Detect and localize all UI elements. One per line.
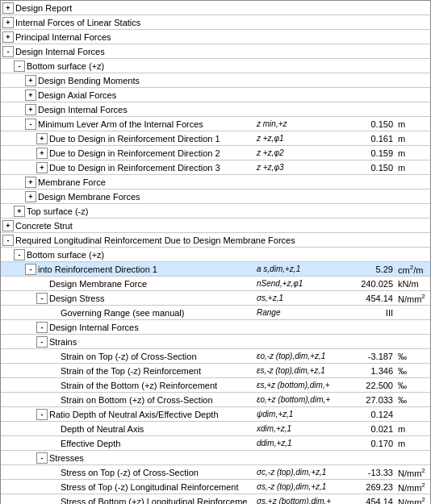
value-cell-29: 0.124	[332, 410, 396, 419]
expand-btn-32[interactable]: -	[36, 452, 48, 464]
label-text-3: Principal Internal Forces	[15, 32, 111, 42]
symbol-cell-35: σs,+z (bottom),dim,+	[255, 497, 332, 504]
label-text-26: Strain of the Top (-z) Reinforcement	[61, 366, 201, 376]
tree-row-23[interactable]: -Design Internal Forces	[1, 320, 430, 335]
tree-row-27[interactable]: Strain of the Bottom (+z) Reinforcementε…	[1, 378, 430, 393]
tree-row-21[interactable]: -Design Stressσs,+z,1454.14N/mm2	[1, 291, 430, 306]
tree-row-11[interactable]: +Due to Design in Reinforcement Directio…	[1, 146, 430, 160]
tree-row-1[interactable]: +Design Report	[1, 1, 430, 15]
label-cell-25: Strain on Top (-z) of Cross-Section	[1, 351, 255, 362]
expand-btn-21[interactable]: -	[36, 293, 48, 304]
tree-row-4[interactable]: -Design Internal Forces	[1, 44, 430, 59]
tree-row-28[interactable]: Strain on Bottom (+z) of Cross-Sectionεo…	[1, 393, 430, 407]
expand-btn-6[interactable]: +	[25, 75, 36, 86]
expand-btn-8[interactable]: +	[25, 104, 36, 115]
value-cell-21: 454.14	[332, 294, 396, 303]
tree-row-34[interactable]: Stress of Top (-z) Longitudinal Reinforc…	[1, 480, 430, 494]
expand-btn-15[interactable]: +	[14, 206, 25, 217]
expand-btn-16[interactable]: +	[2, 220, 14, 231]
tree-row-33[interactable]: Stress on Top (-z) of Cross-Sectionσc,-z…	[1, 465, 430, 480]
tree-row-8[interactable]: +Design Internal Forces	[1, 102, 430, 117]
expand-btn-5[interactable]: -	[14, 60, 25, 72]
tree-row-30[interactable]: Depth of Neutral Axisxdim,+z,10.021m	[1, 422, 430, 436]
tree-row-32[interactable]: -Stresses	[1, 451, 430, 465]
tree-row-14[interactable]: +Design Membrane Forces	[1, 190, 430, 204]
tree-row-31[interactable]: Effective Depthddim,+z,10.170m	[1, 436, 430, 451]
label-cell-35: Stress of Bottom (+z) Longitudinal Reinf…	[1, 496, 255, 505]
label-text-16: Concrete Strut	[15, 221, 73, 231]
expand-btn-10[interactable]: +	[36, 133, 48, 144]
symbol-cell-22: Range	[255, 308, 332, 317]
label-text-14: Design Membrane Forces	[38, 192, 140, 202]
expand-btn-7[interactable]: +	[25, 90, 36, 101]
unit-cell-12: m	[396, 163, 430, 173]
expand-btn-9[interactable]: -	[25, 119, 36, 130]
label-text-33: Stress on Top (-z) of Cross-Section	[61, 468, 199, 477]
tree-row-26[interactable]: Strain of the Top (-z) Reinforcementεs,-…	[1, 364, 430, 378]
tree-row-2[interactable]: +Internal Forces of Linear Statics	[1, 15, 430, 30]
expand-btn-2[interactable]: +	[2, 17, 14, 28]
expand-btn-14[interactable]: +	[25, 191, 36, 202]
label-text-24: Strains	[49, 337, 77, 347]
tree-row-7[interactable]: +Design Axial Forces	[1, 88, 430, 102]
expand-btn-3[interactable]: +	[2, 31, 14, 43]
symbol-cell-9: z min,+z	[255, 119, 332, 128]
expand-btn-17[interactable]: -	[2, 235, 14, 246]
label-cell-21: -Design Stress	[1, 292, 255, 305]
label-text-25: Strain on Top (-z) of Cross-Section	[61, 352, 197, 361]
expand-btn-18[interactable]: -	[14, 249, 25, 260]
expand-btn-29[interactable]: -	[36, 409, 48, 420]
expand-btn-4[interactable]: -	[2, 46, 14, 57]
unit-cell-26: ‰	[396, 366, 430, 376]
label-text-30: Depth of Neutral Axis	[61, 424, 144, 434]
expand-btn-13[interactable]: +	[25, 177, 36, 188]
tree-row-10[interactable]: +Due to Design in Reinforcement Directio…	[1, 131, 430, 146]
tree-row-18[interactable]: -Bottom surface (+z)	[1, 248, 430, 262]
symbol-cell-21: σs,+z,1	[255, 294, 332, 302]
expand-btn-24[interactable]: -	[36, 336, 48, 348]
label-text-34: Stress of Top (-z) Longitudinal Reinforc…	[61, 482, 239, 492]
tree-row-25[interactable]: Strain on Top (-z) of Cross-Sectionεo,-z…	[1, 349, 430, 364]
unit-cell-20: kN/m	[396, 279, 430, 289]
tree-row-5[interactable]: -Bottom surface (+z)	[1, 59, 430, 73]
value-cell-11: 0.159	[332, 148, 396, 158]
label-cell-7: +Design Axial Forces	[1, 89, 430, 102]
tree-row-22[interactable]: Governing Range (see manual)RangeIII	[1, 306, 430, 320]
value-cell-31: 0.170	[332, 439, 396, 448]
tree-row-19[interactable]: -into Reinforcement Direction 1a s,dim,+…	[1, 262, 430, 277]
label-text-17: Required Longitudinal Reinforcement Due …	[15, 235, 295, 245]
label-cell-24: -Strains	[1, 335, 430, 348]
label-text-19: into Reinforcement Direction 1	[38, 264, 157, 274]
tree-row-9[interactable]: -Minimum Lever Arm of the Internal Force…	[1, 117, 430, 131]
expand-btn-1[interactable]: +	[2, 2, 14, 14]
tree-row-6[interactable]: +Design Bending Moments	[1, 73, 430, 88]
label-text-18: Bottom surface (+z)	[27, 250, 104, 260]
label-text-6: Design Bending Moments	[38, 76, 140, 85]
expand-btn-12[interactable]: +	[36, 162, 48, 173]
tree-row-12[interactable]: +Due to Design in Reinforcement Directio…	[1, 160, 430, 175]
tree-row-29[interactable]: -Ratio Depth of Neutral Axis/Effective D…	[1, 407, 430, 422]
tree-row-16[interactable]: +Concrete Strut	[1, 219, 430, 233]
label-cell-20: Design Membrane Force	[1, 278, 255, 289]
expand-btn-23[interactable]: -	[36, 322, 48, 333]
unit-cell-25: ‰	[396, 352, 430, 361]
symbol-cell-31: ddim,+z,1	[255, 439, 332, 448]
expand-btn-11[interactable]: +	[36, 148, 48, 159]
tree-row-20[interactable]: Design Membrane ForcenSend,+z,φ1240.025k…	[1, 277, 430, 291]
tree-row-15[interactable]: +Top surface (-z)	[1, 204, 430, 219]
value-cell-33: -13.33	[332, 468, 396, 477]
symbol-cell-19: a s,dim,+z,1	[255, 264, 332, 273]
tree-row-24[interactable]: -Strains	[1, 335, 430, 349]
tree-row-17[interactable]: -Required Longitudinal Reinforcement Due…	[1, 233, 430, 248]
label-cell-15: +Top surface (-z)	[1, 205, 430, 218]
expand-btn-19[interactable]: -	[25, 264, 36, 275]
unit-cell-9: m	[396, 119, 430, 129]
label-cell-19: -into Reinforcement Direction 1	[1, 263, 255, 276]
value-cell-28: 27.033	[332, 395, 396, 405]
label-cell-30: Depth of Neutral Axis	[1, 423, 255, 435]
unit-cell-28: ‰	[396, 395, 430, 405]
tree-row-3[interactable]: +Principal Internal Forces	[1, 30, 430, 44]
tree-row-35[interactable]: Stress of Bottom (+z) Longitudinal Reinf…	[1, 494, 430, 504]
unit-cell-19: cm2/m	[396, 264, 430, 275]
tree-row-13[interactable]: +Membrane Force	[1, 175, 430, 190]
